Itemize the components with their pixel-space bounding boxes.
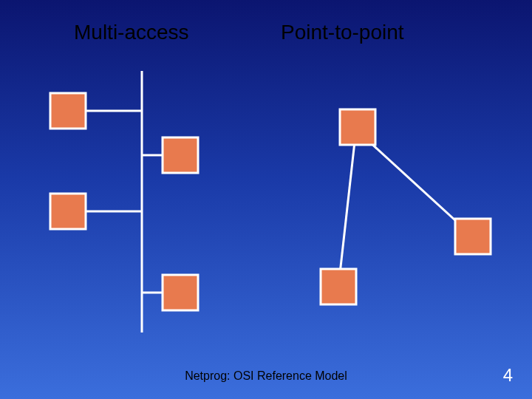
ptp-node-0 [340,109,375,145]
topology-diagram [0,0,532,399]
multiaccess-node-0 [50,93,86,129]
ptp-link-0 [338,142,355,287]
footer-text: Netprog: OSI Reference Model [0,369,532,383]
multiaccess-node-3 [163,275,198,310]
ptp-node-1 [321,269,356,304]
page-number: 4 [503,365,513,386]
slide: Multi-access Point-to-point Netprog: OSI… [0,0,532,399]
multiaccess-node-2 [50,194,86,229]
ptp-node-2 [455,219,491,254]
multiaccess-node-1 [163,137,198,173]
